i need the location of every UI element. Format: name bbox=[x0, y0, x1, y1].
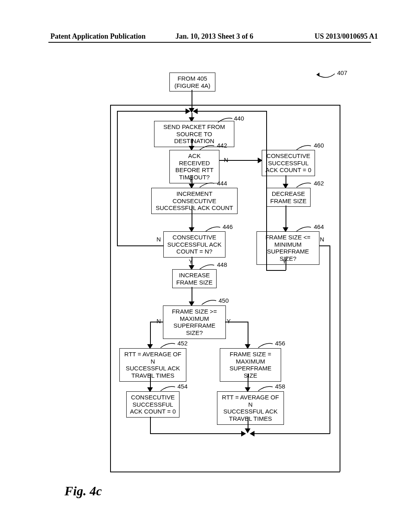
ref-407: 407 bbox=[337, 69, 347, 76]
conn-454-merge bbox=[150, 433, 244, 434]
ref-454-leader bbox=[161, 385, 177, 393]
ref-460-leader bbox=[296, 144, 313, 152]
conn-444-446 bbox=[192, 206, 192, 230]
box-446: CONSECUTIVE SUCCESSFUL ACK COUNT = N? bbox=[163, 231, 225, 258]
box-448: INCREASE FRAME SIZE bbox=[172, 269, 217, 288]
b464-l3: SUPERFRAME SIZE? bbox=[267, 248, 309, 262]
b442-l2: BEFORE RTT bbox=[175, 166, 214, 173]
ref-442-leader bbox=[200, 144, 216, 152]
ref-442: 442 bbox=[217, 142, 227, 149]
box-460: CONSECUTIVE SUCCESSFUL ACK COUNT = 0 bbox=[262, 150, 315, 176]
frame-left bbox=[110, 105, 111, 472]
b464-no: N bbox=[320, 236, 324, 243]
ref-458: 458 bbox=[275, 383, 285, 390]
b460-l2: SUCCESSFUL bbox=[268, 160, 309, 166]
box-458: RTT = AVERAGE OF N SUCCESSFUL ACK TRAVEL… bbox=[217, 391, 284, 425]
arrowhead-junction-left bbox=[186, 108, 190, 114]
conn-450-456-h bbox=[225, 322, 248, 322]
loop-right-vertical bbox=[330, 245, 330, 434]
arrowhead-junction-right bbox=[193, 108, 198, 114]
ref-446-leader bbox=[206, 226, 222, 233]
b448-l1: INCREASE bbox=[179, 272, 210, 278]
box-456: FRAME SIZE = MAXIMUM SUPERFRAME SIZE bbox=[220, 348, 281, 382]
b452-l3: TRAVEL TIMES bbox=[131, 372, 174, 379]
ref-446: 446 bbox=[223, 223, 233, 230]
b450-l2: MAXIMUM bbox=[180, 315, 209, 322]
b446-l3: COUNT = N? bbox=[176, 248, 212, 255]
b440-l1: SEND PACKET FROM bbox=[163, 123, 225, 130]
frame-bottom bbox=[110, 472, 340, 472]
b446-no: N bbox=[156, 236, 161, 243]
ref-448-leader bbox=[200, 264, 216, 271]
ref-452-leader bbox=[161, 342, 177, 349]
b462-l2: FRAME SIZE bbox=[270, 197, 307, 204]
figure-caption: Fig. 4c bbox=[65, 484, 102, 499]
conn-right-junction bbox=[196, 111, 267, 112]
conn-450-452-h bbox=[150, 322, 163, 322]
box-from-405: FROM 405 (FIGURE 4A) bbox=[169, 73, 215, 91]
conn-454-merge-v bbox=[150, 417, 151, 434]
frame-right bbox=[340, 105, 340, 472]
ref-440-leader bbox=[218, 117, 234, 124]
box-450: FRAME SIZE >= MAXIMUM SUPERFRAME SIZE? bbox=[163, 305, 226, 339]
arrowhead-merge-right bbox=[250, 431, 254, 436]
b446-yes: Y bbox=[189, 258, 193, 265]
box-444: INCREMENT CONSECUTIVE SUCCESSFUL ACK COU… bbox=[151, 188, 238, 214]
b460-l3: ACK COUNT = 0 bbox=[265, 166, 311, 173]
b444-l1: INCREMENT CONSECUTIVE bbox=[173, 190, 216, 204]
ref-460: 460 bbox=[314, 142, 324, 149]
ref-444-leader bbox=[200, 182, 216, 189]
conn-464-Y-v bbox=[286, 257, 286, 270]
ref-462-leader bbox=[296, 182, 313, 189]
b452-l1: RTT = AVERAGE OF N bbox=[124, 351, 181, 365]
arrowhead-merge-left bbox=[241, 431, 246, 436]
ref-448: 448 bbox=[217, 261, 227, 268]
svg-marker-16 bbox=[241, 431, 246, 436]
ref-464-leader bbox=[296, 226, 313, 233]
b450-l1: FRAME SIZE >= bbox=[172, 308, 217, 315]
from-405-line1: FROM 405 bbox=[177, 75, 207, 82]
b440-l2: SOURCE TO DESTINATION bbox=[174, 131, 215, 145]
header-center: Jan. 10, 2013 Sheet 3 of 6 bbox=[175, 32, 253, 41]
b456-l1: FRAME SIZE = bbox=[230, 351, 271, 357]
b464-l2: MINIMUM bbox=[274, 241, 302, 248]
ref-450-leader bbox=[202, 299, 218, 306]
loop-446-vertical bbox=[117, 111, 118, 246]
b450-no: N bbox=[156, 318, 161, 324]
b446-l1: CONSECUTIVE bbox=[173, 234, 216, 241]
header-right: US 2013/0010695 A1 bbox=[315, 32, 378, 41]
b444-l2: SUCCESSFUL ACK COUNT bbox=[156, 204, 233, 211]
ref-456: 456 bbox=[275, 340, 285, 347]
b456-l3: SUPERFRAME SIZE bbox=[229, 365, 271, 379]
b448-l2: FRAME SIZE bbox=[176, 279, 213, 286]
loop-446-horizontal bbox=[117, 245, 157, 246]
b458-l1: RTT = AVERAGE OF N bbox=[222, 394, 279, 408]
b454-l3: ACK COUNT = 0 bbox=[130, 408, 176, 415]
header-rule bbox=[48, 42, 371, 43]
box-442: ACK RECEIVED BEFORE RTT TIMEOUT? bbox=[169, 150, 219, 183]
b454-l1: CONSECUTIVE bbox=[131, 394, 175, 401]
b462-l1: DECREASE bbox=[272, 190, 305, 197]
b456-l2: MAXIMUM bbox=[236, 358, 265, 365]
conn-442-460 bbox=[219, 160, 260, 161]
frame-top bbox=[110, 105, 340, 106]
box-454: CONSECUTIVE SUCCESSFUL ACK COUNT = 0 bbox=[126, 391, 179, 418]
b442-l1: ACK RECEIVED bbox=[179, 152, 210, 166]
ref-452: 452 bbox=[177, 340, 188, 347]
ref-450: 450 bbox=[219, 297, 229, 304]
b458-l2: SUCCESSFUL ACK bbox=[223, 408, 277, 415]
ref-454: 454 bbox=[177, 383, 188, 390]
b464-l1: FRAME SIZE <= bbox=[265, 234, 311, 241]
ref-440: 440 bbox=[234, 115, 244, 122]
svg-marker-0 bbox=[317, 73, 319, 77]
b458-l3: TRAVEL TIMES bbox=[229, 415, 272, 422]
svg-marker-2 bbox=[186, 108, 190, 114]
box-452: RTT = AVERAGE OF N SUCCESSFUL ACK TRAVEL… bbox=[119, 348, 186, 382]
conn-left-junction bbox=[117, 111, 188, 112]
conn-446-N bbox=[156, 245, 163, 246]
b446-l2: SUCCESSFUL ACK bbox=[167, 241, 221, 248]
ref-456-leader bbox=[258, 342, 274, 349]
conn-464-Y-h bbox=[266, 270, 286, 271]
conn-450-456-v bbox=[248, 322, 248, 347]
ref-462: 462 bbox=[314, 180, 324, 187]
